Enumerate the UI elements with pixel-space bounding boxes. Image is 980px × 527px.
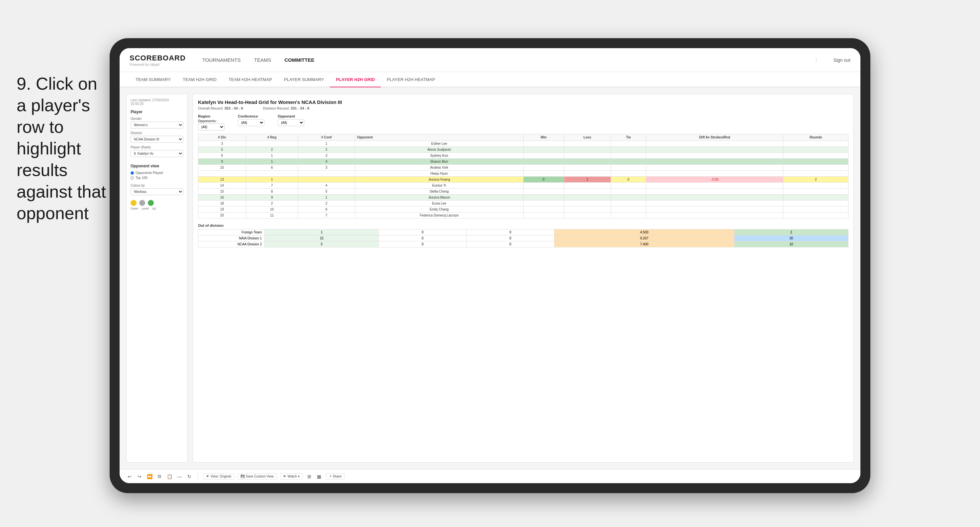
grid-records: Overall Record: 353 - 34 - 6 Division Re… [198,106,848,110]
view-original-btn[interactable]: 👁 View: Original [203,473,234,479]
col-opponent: Opponent [355,134,523,141]
device-frame: SCOREBOARD Powered by clippd TOURNAMENTS… [110,38,870,493]
radio-top-100[interactable]: Top 100 [130,176,183,179]
watch-icon: 👁 [283,475,286,478]
col-div: # Div [198,134,246,141]
radio-opponents-played[interactable]: Opponents Played [130,171,183,175]
view-icon: 👁 [206,475,209,478]
division-record-label: Division Record: 331 - 34 - 6 [263,106,309,110]
player-rank-select[interactable]: 8. Katelyn Vo [130,150,183,157]
colour-legend [130,200,183,206]
tab-team-summary[interactable]: TEAM SUMMARY [130,72,177,87]
table-row[interactable]: 1822Euna Lee [198,201,848,206]
table-row[interactable]: 1691Jessica Mason [198,195,848,201]
out-row-naia[interactable]: NAIA Division 1 15 0 0 9.267 30 [198,235,848,241]
nav-divider: | [816,57,817,63]
up-color [148,200,154,206]
out-row-ncaa-div2[interactable]: NCAA Division 2 5 0 0 7.400 10 [198,241,848,248]
opponent-view: Opponent view Opponents Played Top 100 [130,164,183,179]
gender-select[interactable]: Women's [130,122,183,129]
out-of-division-table: Foreign Team 1 0 0 4.500 2 NAIA Division… [198,229,848,248]
top-nav: SCOREBOARD Powered by clippd TOURNAMENTS… [119,48,861,72]
conference-filter: Conference (All) [238,114,264,126]
redo-icon[interactable]: ↪ [136,473,143,480]
col-loss: Loss [564,134,611,141]
opponent-select[interactable]: (All) [278,119,304,126]
save-icon: 💾 [240,475,245,478]
table-row[interactable]: 1585Stella Cheng [198,189,848,195]
paste-icon[interactable]: 📋 [166,473,173,480]
opponents-select[interactable]: (All) [198,124,224,130]
forward-icon[interactable]: ⏩ [146,473,153,480]
instruction-text: 9. Click on a player's row to highlight … [17,73,110,224]
grid-title: Katelyn Vo Head-to-Head Grid for Women's… [198,99,848,105]
watch-btn[interactable]: 👁 Watch ▾ [280,473,303,479]
share-icon: ↗ [329,475,331,478]
colour-section: Colour by Win/loss Down Level Up [130,184,183,210]
col-conf: # Conf [298,134,355,141]
conference-select[interactable]: (All) [238,119,264,126]
opponent-view-title: Opponent view [130,164,183,168]
right-panel: Katelyn Vo Head-to-Head Grid for Women's… [192,94,854,463]
left-panel: Last Updated: 27/03/2024 16:55:28 Player… [126,94,188,463]
save-custom-view-btn[interactable]: 💾 Save Custom View [237,473,277,479]
timestamp: Last Updated: 27/03/2024 16:55:28 [130,98,183,106]
out-div-title: Out of division [198,224,848,227]
division-label: Division [130,131,183,135]
table-row[interactable]: 1474Eunice Yi [198,183,848,189]
device-screen: SCOREBOARD Powered by clippd TOURNAMENTS… [119,48,861,483]
tab-player-summary[interactable]: PLAYER SUMMARY [278,72,330,87]
copy-icon[interactable]: ⧉ [156,473,163,480]
share-btn[interactable]: ↗ Share [326,473,345,479]
region-filter: Region Opponents: (All) [198,114,224,130]
sub-nav: TEAM SUMMARY TEAM H2H GRID TEAM H2H HEAT… [119,72,861,87]
table-row[interactable]: 31Esther Lee [198,141,848,147]
down-color [130,200,137,206]
out-of-division: Out of division Foreign Team 1 0 0 4.500… [198,224,848,248]
h2h-table: # Div # Reg # Conf Opponent Win Loss Tie… [198,134,848,219]
col-rounds: Rounds [783,134,848,141]
table-row[interactable]: 522Alexis Sudjianto [198,147,848,153]
level-color [139,200,145,206]
out-row-foreign[interactable]: Foreign Team 1 0 0 4.500 2 [198,229,848,235]
col-tie: Tie [611,134,646,141]
overall-record-label: Overall Record: 353 - 34 - 6 [198,106,243,110]
col-diff: Diff Av Strokes/Rnd [646,134,783,141]
tab-team-h2h-grid[interactable]: TEAM H2H GRID [177,72,223,87]
player-section-title: Player [130,110,183,114]
table-row[interactable]: 19106Emily Chang [198,206,848,213]
col-reg: # Reg [246,134,298,141]
col-win: Win [523,134,564,141]
grid-icon[interactable]: ▦ [316,473,323,480]
sign-out-button[interactable]: Sign out [834,57,850,63]
table-row-jessica-huang[interactable]: 13 1 Jessica Huang 0 1 0 -3.00 2 [198,177,848,183]
gender-label: Gender [130,117,183,121]
tab-team-h2h-heatmap[interactable]: TEAM H2H HEATMAP [223,72,278,87]
main-content: Last Updated: 27/03/2024 16:55:28 Player… [119,87,861,469]
tab-player-h2h-grid[interactable]: PLAYER H2H GRID [330,72,381,87]
logo-sub: Powered by clippd [130,62,186,67]
nav-committee[interactable]: COMMITTEE [284,56,314,64]
logo-text: SCOREBOARD [130,54,186,62]
table-row[interactable]: 613Sydney Kuo [198,153,848,159]
dash-icon[interactable]: — [176,473,183,480]
filter-row: Region Opponents: (All) Conference (All) [198,114,848,130]
nav-tournaments[interactable]: TOURNAMENTS [202,56,241,64]
table-row[interactable]: 1063Andrea York [198,165,848,171]
table-row[interactable]: 914Sharon Mun [198,159,848,165]
layout-icon[interactable]: ⊞ [306,473,313,480]
logo: SCOREBOARD Powered by clippd [130,54,186,67]
player-rank-label: Player (Rank) [130,146,183,149]
opponent-filter: Opponent (All) [278,114,304,126]
colour-by-label: Colour by [130,184,183,187]
nav-items: TOURNAMENTS TEAMS COMMITTEE [202,56,799,64]
undo-icon[interactable]: ↩ [126,473,133,480]
colour-by-select[interactable]: Win/loss [130,188,183,195]
table-row[interactable]: Heeju Hyun [198,171,848,177]
table-row[interactable]: 20117Federica Domecq Lacroze [198,213,848,219]
tab-player-h2h-heatmap[interactable]: PLAYER H2H HEATMAP [381,72,441,87]
nav-teams[interactable]: TEAMS [254,56,271,64]
division-select[interactable]: NCAA Division III [130,136,183,143]
bottom-toolbar: ↩ ↪ ⏩ ⧉ 📋 — ↻ 👁 View: Original 💾 Save Cu… [119,469,861,483]
refresh-icon[interactable]: ↻ [186,473,192,480]
